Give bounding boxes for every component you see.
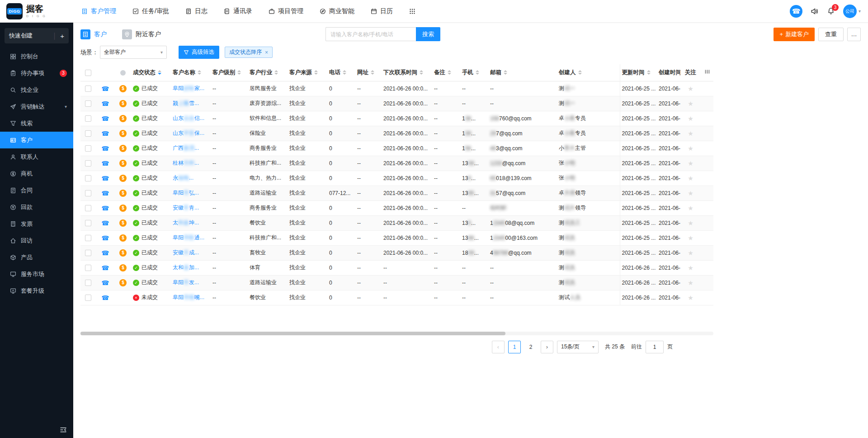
sort-control[interactable] (314, 70, 318, 75)
follow-cell[interactable]: ★ (680, 141, 701, 156)
quick-create-button[interactable]: 快速创建 │ + (5, 28, 69, 43)
row-money-cell[interactable] (115, 290, 131, 305)
phone-call-button[interactable]: ☎ (790, 5, 802, 18)
checkbox[interactable] (85, 280, 91, 286)
row-checkbox-cell[interactable] (80, 156, 96, 171)
checkbox[interactable] (85, 100, 91, 107)
row-phone-cell[interactable]: ☎ (96, 96, 115, 111)
row-phone-cell[interactable]: ☎ (96, 141, 115, 156)
phone-icon[interactable]: ☎ (101, 294, 109, 301)
topnav-任务/审批[interactable]: 任务/审批 (132, 0, 169, 23)
checkbox[interactable] (85, 295, 91, 301)
next-page-button[interactable]: › (541, 341, 553, 353)
topnav-日志[interactable]: 日志 (185, 0, 208, 23)
follow-cell[interactable]: ★ (680, 186, 701, 200)
column-header-关注[interactable]: 关注 (680, 64, 701, 81)
phone-icon[interactable]: ☎ (101, 100, 109, 107)
row-phone-cell[interactable]: ☎ (96, 171, 115, 186)
notifications-button[interactable]: 3 (827, 7, 835, 15)
star-icon[interactable]: ★ (688, 115, 693, 122)
phone-icon[interactable]: ☎ (101, 175, 109, 182)
sort-control[interactable] (504, 70, 507, 75)
phone-icon[interactable]: ☎ (101, 190, 109, 197)
deal-money-icon[interactable]: $ (119, 190, 127, 197)
checkbox[interactable] (85, 205, 91, 211)
star-icon[interactable]: ★ (688, 264, 693, 271)
customer-name-cell[interactable]: 山东众合信... (171, 111, 211, 126)
column-header-下次联系时间[interactable]: 下次联系时间 (382, 64, 432, 81)
checkbox[interactable] (85, 250, 91, 256)
topnav-apps[interactable] (409, 0, 415, 23)
sort-control[interactable] (578, 70, 582, 75)
app-logo[interactable]: DiGG 掘客 D I G G (6, 3, 73, 19)
row-phone-cell[interactable]: ☎ (96, 290, 115, 305)
deal-money-icon[interactable]: $ (119, 279, 127, 286)
column-header-网址[interactable]: 网址 (355, 64, 382, 81)
row-phone-cell[interactable]: ☎ (96, 126, 115, 141)
sort-control[interactable] (274, 70, 278, 75)
search-button[interactable]: 搜索 (416, 27, 440, 41)
row-phone-cell[interactable]: ☎ (96, 245, 115, 260)
row-money-cell[interactable]: $ (115, 141, 131, 156)
checkbox[interactable] (85, 190, 91, 196)
horizontal-scrollbar-thumb[interactable] (80, 332, 505, 335)
column-header-客户行业[interactable]: 客户行业 (248, 64, 288, 81)
sort-control[interactable] (448, 70, 451, 75)
customer-name-cell[interactable]: 阜阳市发... (171, 275, 211, 290)
page-number-2[interactable]: 2 (524, 341, 537, 353)
sidebar-item-客户[interactable]: 客户 (0, 132, 73, 148)
follow-cell[interactable]: ★ (680, 245, 701, 260)
column-header-电话[interactable]: 电话 (327, 64, 355, 81)
column-header-成交状态[interactable]: 成交状态 (131, 64, 171, 81)
customer-name-cell[interactable]: 阜阳市猫嘴... (171, 290, 211, 305)
customer-name-cell[interactable]: 广西新茂... (171, 141, 211, 156)
phone-icon[interactable]: ☎ (101, 85, 109, 92)
deal-money-icon[interactable]: $ (119, 234, 127, 242)
dedupe-button[interactable]: 查重 (818, 28, 844, 41)
row-checkbox-cell[interactable] (80, 260, 96, 275)
row-money-cell[interactable]: $ (115, 200, 131, 215)
row-checkbox-cell[interactable] (80, 290, 96, 305)
phone-icon[interactable]: ☎ (101, 130, 109, 137)
row-money-cell[interactable]: $ (115, 96, 131, 111)
customer-name-cell[interactable]: 阜阳市联通... (171, 230, 211, 245)
row-checkbox-cell[interactable] (80, 186, 96, 200)
sort-control[interactable] (237, 70, 241, 75)
select-all-checkbox[interactable] (80, 64, 96, 81)
star-icon[interactable]: ★ (688, 249, 693, 257)
phone-icon[interactable]: ☎ (101, 279, 109, 286)
deal-money-icon[interactable]: $ (119, 115, 127, 122)
sidebar-item-待办事项[interactable]: 待办事项3 (0, 65, 73, 81)
follow-cell[interactable]: ★ (680, 126, 701, 141)
collapse-sidebar-button[interactable] (60, 426, 67, 433)
follow-cell[interactable]: ★ (680, 230, 701, 245)
follow-cell[interactable]: ★ (680, 200, 701, 215)
row-money-cell[interactable]: $ (115, 111, 131, 126)
checkbox[interactable] (85, 265, 91, 271)
row-checkbox-cell[interactable] (80, 171, 96, 186)
close-icon[interactable]: × (265, 49, 268, 56)
topnav-商业智能[interactable]: 商业智能 (320, 0, 354, 23)
search-input[interactable] (326, 27, 416, 41)
page-size-select[interactable]: 15条/页 ▾ (557, 341, 599, 353)
phone-icon[interactable]: ☎ (101, 264, 109, 271)
announcement-button[interactable] (811, 7, 819, 15)
deal-money-icon[interactable]: $ (119, 264, 127, 271)
column-header-客户级别[interactable]: 客户级别 (211, 64, 248, 81)
star-icon[interactable]: ★ (688, 85, 693, 92)
column-header-手机[interactable]: 手机 (460, 64, 488, 81)
more-button[interactable]: … (847, 28, 861, 41)
customer-name-cell[interactable]: 阜阳好味家... (171, 81, 211, 96)
new-customer-button[interactable]: +新建客户 (774, 28, 815, 41)
customer-name-cell[interactable]: 太和县坤... (171, 215, 211, 230)
prev-page-button[interactable]: ‹ (492, 341, 505, 353)
row-phone-cell[interactable]: ☎ (96, 215, 115, 230)
deal-money-icon[interactable]: $ (119, 145, 127, 152)
advanced-filter-button[interactable]: 高级筛选 (179, 46, 219, 59)
star-icon[interactable]: ★ (688, 145, 693, 152)
sort-control[interactable] (647, 70, 651, 75)
sidebar-item-套餐升级[interactable]: 套餐升级 (0, 282, 73, 299)
deal-money-icon[interactable]: $ (119, 85, 127, 92)
account-menu[interactable]: 公司 ▾ (843, 5, 861, 18)
row-checkbox-cell[interactable] (80, 200, 96, 215)
